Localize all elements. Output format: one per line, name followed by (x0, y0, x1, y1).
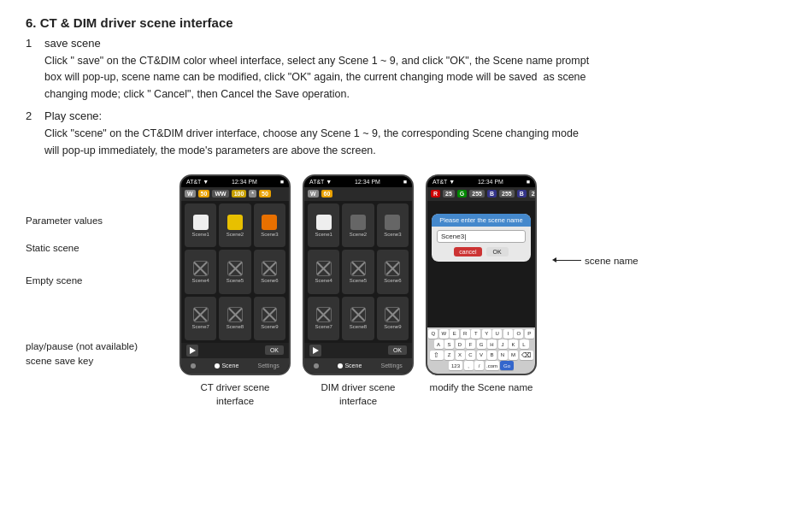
dim-tab-scene[interactable]: Scene (333, 361, 366, 370)
dim-scene-7[interactable]: Scene7 (308, 297, 339, 340)
kb-l[interactable]: L (520, 339, 529, 349)
item-2-paragraph: Click "scene" on the CT&DIM driver inter… (44, 126, 786, 159)
ct-scene-6[interactable]: Scene6 (254, 250, 285, 293)
ct-scene-9[interactable]: Scene9 (254, 297, 285, 340)
dim-scene-3-icon (385, 215, 400, 230)
kb-x[interactable]: X (456, 351, 465, 360)
ct-scene-3-icon (262, 215, 277, 230)
ct-scene-1[interactable]: Scene1 (185, 203, 216, 247)
kb-f[interactable]: F (466, 339, 475, 349)
kb-t[interactable]: T (471, 329, 480, 339)
kb-b[interactable]: B (487, 351, 497, 360)
kb-o[interactable]: O (514, 329, 523, 339)
phone-dim-mockup: AT&T ▼ 12:34 PM ■ W 60 Scene1 (303, 174, 414, 375)
virtual-keyboard: Q W E R T Y U I O P (427, 327, 535, 374)
ct-scene-2[interactable]: Scene2 (219, 203, 250, 247)
scene-tab-icon (215, 363, 220, 369)
kb-g[interactable]: G (477, 339, 486, 349)
ct-scene-8[interactable]: Scene8 (219, 297, 250, 340)
dim-caption: DIM driver sceneinterface (321, 380, 396, 408)
kb-u[interactable]: U (492, 329, 502, 339)
dim-scene-9-icon (385, 307, 400, 322)
kb-dotcom[interactable]: .com (485, 361, 499, 370)
kb-shift[interactable]: ⇧ (430, 351, 444, 360)
dim-scene-7-icon (316, 307, 332, 322)
dim-scene-8[interactable]: Scene8 (342, 297, 374, 340)
kb-c[interactable]: C (466, 351, 475, 360)
ct-tab-scene[interactable]: Scene (210, 361, 243, 370)
dim-scene-5[interactable]: Scene5 (342, 250, 374, 293)
kb-123[interactable]: 123 (449, 361, 462, 370)
kb-v[interactable]: V (477, 351, 486, 360)
dim-play-button[interactable] (309, 345, 321, 357)
kb-backspace[interactable]: ⌫ (520, 351, 533, 360)
kb-row-3: ⇧ Z X C V B N M ⌫ (428, 351, 534, 360)
item-1-title: save scene (44, 37, 101, 50)
dim-ok-button[interactable]: OK (388, 345, 407, 355)
scene-name-dialog: Please enter the scene name Scene3| canc… (432, 214, 531, 262)
dialog-ok-button[interactable]: OK (486, 247, 509, 256)
item-2-title: Play scene: (44, 109, 102, 122)
dim-tab-settings[interactable]: Settings (377, 361, 407, 370)
ct-scene-4-icon (193, 261, 209, 276)
item-1: 1 save scene (26, 37, 786, 50)
dialog-cancel-button[interactable]: cancel (454, 247, 481, 256)
kb-z[interactable]: Z (444, 351, 454, 360)
kb-comma[interactable]: , (464, 361, 474, 370)
dim-scene-5-icon (350, 261, 366, 276)
dim-tabbar: Scene Settings (304, 358, 412, 374)
dim-scene-3[interactable]: Scene3 (377, 203, 409, 247)
kb-i[interactable]: I (503, 329, 513, 339)
kb-n[interactable]: N (498, 351, 508, 360)
phone-ct: AT&T ▼ 12:34 PM ■ W 50 WW 100 * 50 (179, 174, 291, 408)
arrow-left-icon (552, 257, 556, 262)
kb-q[interactable]: Q (428, 329, 438, 339)
ct-play-button[interactable] (186, 345, 198, 357)
dim-scene-2[interactable]: Scene2 (342, 203, 374, 247)
kb-slash[interactable]: / (474, 361, 484, 370)
ct-scene-7[interactable]: Scene7 (185, 297, 216, 340)
phone-modify-mockup: AT&T ▼ 12:34 PM ■ R 25 G 255 B 255 B (426, 174, 537, 375)
kb-row-4: 123 , / .com Go (428, 361, 534, 370)
ct-tab-settings[interactable]: Settings (254, 361, 284, 370)
kb-d[interactable]: D (456, 339, 465, 349)
kb-go[interactable]: Go (500, 361, 514, 370)
label-scene-save-key: scene save key (26, 356, 93, 366)
kb-e[interactable]: E (450, 329, 459, 339)
scene-name-input[interactable]: Scene3| (437, 230, 526, 243)
kb-w[interactable]: W (439, 329, 449, 339)
ct-screen: W 50 WW 100 * 50 Scene1 (181, 187, 289, 374)
dim-scene-6[interactable]: Scene6 (377, 250, 409, 293)
kb-row-2: A S D F G H J K L (428, 339, 534, 349)
ct-ok-button[interactable]: OK (265, 345, 284, 355)
kb-k[interactable]: K (509, 339, 518, 349)
kb-a[interactable]: A (434, 339, 444, 349)
kb-h[interactable]: H (487, 339, 497, 349)
kb-j[interactable]: J (498, 339, 508, 349)
diagram-area: Parameter values Static scene Empty scen… (26, 174, 786, 408)
label-play-pause: play/pause (not available) (26, 341, 138, 351)
dim-scene-4[interactable]: Scene4 (308, 250, 339, 293)
dim-tab-home[interactable] (309, 362, 323, 370)
section-title-text: CT & DIM driver scene interface (40, 15, 233, 30)
kb-p[interactable]: P (525, 329, 534, 339)
kb-y[interactable]: Y (482, 329, 491, 339)
dim-scene-1[interactable]: Scene1 (308, 203, 339, 247)
ct-tab-home[interactable] (186, 362, 200, 370)
dim-bottom-bar: OK (304, 343, 412, 358)
kb-m[interactable]: M (509, 351, 518, 360)
kb-r[interactable]: R (461, 329, 470, 339)
ct-scene-5[interactable]: Scene5 (219, 250, 250, 293)
modify-screen: R 25 G 255 B 255 B 2.55 Please e (427, 187, 535, 374)
ct-param-row: W 50 WW 100 * 50 (181, 187, 289, 201)
phone-dim: AT&T ▼ 12:34 PM ■ W 60 Scene1 (303, 174, 414, 408)
ct-caption: CT driver sceneinterface (201, 380, 270, 408)
label-static-scene: Static scene (26, 243, 79, 253)
dim-status-bar: AT&T ▼ 12:34 PM ■ (304, 176, 412, 187)
section-title: 6. CT & DIM driver scene interface (26, 15, 786, 30)
dim-scene-9[interactable]: Scene9 (377, 297, 409, 340)
ct-scene-3[interactable]: Scene3 (254, 203, 285, 247)
kb-s[interactable]: S (444, 339, 454, 349)
ct-scene-4[interactable]: Scene4 (185, 250, 216, 293)
dim-scene-2-icon (350, 215, 366, 230)
